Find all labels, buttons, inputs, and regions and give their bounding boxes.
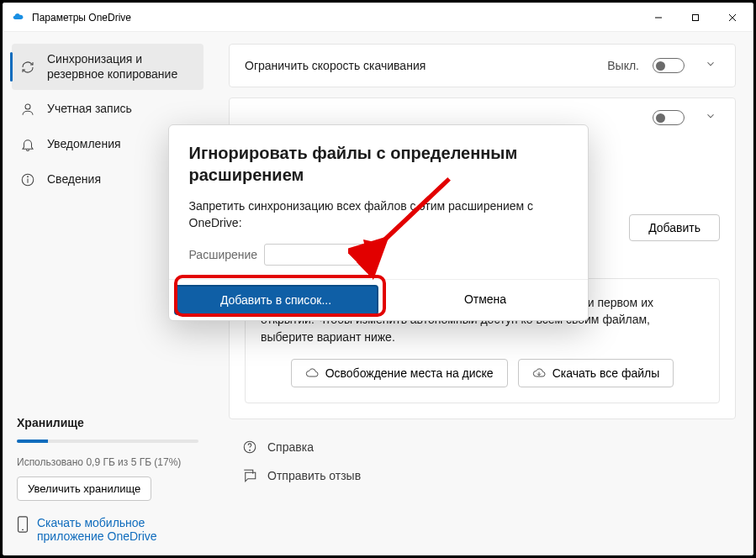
sidebar-item-account[interactable]: Учетная запись [12, 93, 204, 125]
cloud-download-icon [532, 366, 546, 380]
toggle-switch[interactable] [653, 58, 685, 73]
dialog-desc: Запретить синхронизацию всех файлов с эт… [169, 192, 588, 244]
onedrive-settings-window: Параметры OneDrive Синхронизация и резер… [3, 3, 753, 555]
storage-section: Хранилище Использовано 0,9 ГБ из 5 ГБ (1… [12, 416, 204, 543]
maximize-button[interactable] [677, 4, 714, 31]
nav-label: Учетная запись [47, 102, 132, 117]
svg-rect-1 [693, 14, 699, 20]
download-all-button[interactable]: Скачать все файлы [518, 359, 674, 387]
toggle-state: Выкл. [607, 59, 639, 72]
svg-point-11 [250, 450, 251, 450]
storage-bar [17, 440, 198, 443]
account-icon [20, 102, 35, 117]
bell-icon [20, 137, 35, 152]
add-extension-button[interactable]: Добавить [629, 214, 720, 241]
window-title: Параметры OneDrive [32, 12, 640, 24]
nav-label: Синхронизация и резервное копирование [47, 52, 195, 82]
download-mobile-link[interactable]: Скачать мобильное приложение OneDrive [37, 516, 198, 543]
svg-point-7 [28, 176, 29, 177]
feedback-link[interactable]: Отправить отзыв [232, 461, 736, 490]
row-label: Ограничить скорость скачивания [245, 59, 597, 72]
upgrade-storage-button[interactable]: Увеличить хранилище [17, 476, 151, 501]
cloud-icon [305, 366, 319, 380]
toggle-switch[interactable] [653, 110, 685, 125]
add-to-list-button[interactable]: Добавить в список... [174, 285, 378, 315]
help-icon [242, 440, 257, 455]
extension-input-label: Расширение [189, 248, 258, 261]
ignore-extension-dialog: Игнорировать файлы с определенным расшир… [168, 124, 589, 321]
nav-label: Сведения [47, 172, 101, 187]
feedback-icon [242, 468, 257, 483]
sync-icon [20, 60, 35, 75]
minimize-button[interactable] [640, 4, 677, 31]
chevron-down-icon [701, 58, 720, 73]
svg-point-4 [25, 104, 30, 109]
onedrive-icon [12, 11, 25, 24]
close-button[interactable] [714, 4, 751, 31]
info-icon [20, 172, 35, 187]
phone-icon [17, 516, 29, 535]
help-link[interactable]: Справка [232, 433, 736, 461]
chevron-down-icon [701, 110, 720, 125]
storage-heading: Хранилище [17, 416, 198, 429]
titlebar: Параметры OneDrive [3, 3, 753, 32]
storage-used-text: Использовано 0,9 ГБ из 5 ГБ (17%) [17, 456, 198, 468]
dialog-title: Игнорировать файлы с определенным расшир… [189, 142, 568, 186]
extension-input[interactable] [264, 244, 365, 266]
cancel-button[interactable]: Отмена [383, 280, 588, 318]
nav-label: Уведомления [47, 137, 121, 152]
sidebar-item-sync-backup[interactable]: Синхронизация и резервное копирование [12, 44, 204, 90]
limit-download-speed-row[interactable]: Ограничить скорость скачивания Выкл. [230, 45, 735, 87]
free-up-space-button[interactable]: Освобождение места на диске [291, 359, 508, 387]
